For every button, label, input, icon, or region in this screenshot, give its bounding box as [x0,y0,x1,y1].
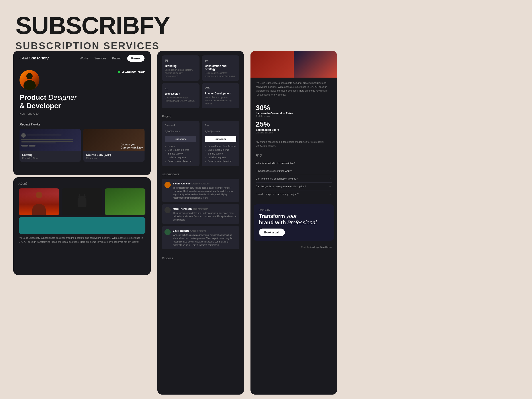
testimonial-3-company: Green Ventures [190,230,206,232]
mock-text [21,139,73,140]
pro-feature-3: 2-3 day delivery [205,152,236,156]
about-img-nature [105,188,146,215]
service-framer-desc: Interactive and dynamic website developm… [205,96,236,105]
page-title: SUBSCRIBFY [16,13,516,38]
service-webdesign: ▭ Web Design Custom website design, Prod… [162,83,200,108]
webdesign-icon: ▭ [165,86,196,90]
hero-title: Product Designer & Developer [19,93,145,110]
faq-item-3[interactable]: Can I cancel my subscription anytime? [256,175,332,183]
pricing-standard-name: Standard [165,124,196,127]
faq-item-5[interactable]: How do I request a new design project? [256,190,332,198]
stat-1-sublabel: Tech Innovators [256,115,332,117]
pro-price-value: 7,500$ [205,130,212,133]
testimonials-label: Testimonials [162,172,239,176]
faq-section: FAQ What is included in the subscription… [250,151,337,201]
testimonial-3-text: Working with this design agency on a sub… [173,234,237,247]
nav-pricing[interactable]: Pricing [112,57,121,60]
work-card-1[interactable]: Estetiq Portfolio, Store [19,129,81,162]
testimonial-1-avatar [165,182,171,188]
pricing-pro-price: 7,500$/month [205,128,236,134]
faq-item-1[interactable]: What is included in the subscription? [256,159,332,167]
stat-1: 30% Increase in Conversion Rates Tech In… [256,104,332,117]
bio-text: I'm Celia Subscribfy, a passionate desig… [13,236,151,247]
mock-btn [29,145,35,146]
services-section: ⊠ Branding Logo design, brand strategy, … [157,51,244,112]
faq-item-2[interactable]: How does the subscription work? [256,167,332,175]
process-label: Process [157,254,244,262]
mock-text [27,134,62,135]
screenshots-container: Celia Subscribfy Works Services Pricing … [13,51,532,395]
work-card-2-content: Course LMS (WIP) Education [83,151,145,162]
person-silhouette [19,188,59,215]
about-img-person [19,188,59,215]
pricing-label: Pricing [162,115,239,118]
service-webdesign-name: Web Design [165,92,196,95]
testimonial-3-author: Emily Roberts [173,229,189,232]
faq-label: FAQ [256,154,332,157]
service-branding-name: Branding [165,64,196,68]
pro-subscribe-button[interactable]: Subscribe [205,136,236,142]
service-consultation-desc: Design audits, strategy sessions, and pr… [205,72,236,78]
faq-item-2-text: How does the subscription work? [256,170,291,172]
nav-links: Works Services Pricing Remix [80,55,145,62]
available-badge: Available Now [118,70,145,74]
work-card-2[interactable]: Launch yourCourse with Easy Course LMS (… [83,129,145,162]
work-card-1-subtitle: Portfolio, Store [22,157,78,160]
testimonial-1: Sarah Johnson Creative Solutions The sub… [162,179,239,202]
testimonial-2: Mark Thompson Tech Innovation Their cons… [162,204,239,224]
card-about-faq: I'm Celia Subscribfy, a passionate desig… [250,51,337,395]
about-img-cat [62,188,102,215]
mock-text [21,141,73,142]
testimonial-3-avatar [165,229,171,235]
nav-services[interactable]: Services [94,57,106,60]
cta-button[interactable]: Book a call [259,228,285,236]
about-label: About [19,182,146,185]
made-by-name: Made by Slara Burian [310,246,332,248]
pricing-grid: Standard 3,500$/month Subscribe Design O… [162,121,239,166]
nav-works[interactable]: Works [80,57,89,60]
pricing-section: Pricing Standard 3,500$/month Subscribe … [157,112,244,169]
cta-title: Transform yourbrand with Professional [259,213,329,226]
about-images [19,188,146,215]
nav-logo: Celia Subscribfy [19,56,49,61]
pricing-standard: Standard 3,500$/month Subscribe Design O… [162,121,200,166]
testimonial-2-text: Their consistent updates and understandi… [173,211,237,222]
mock-avatar [21,133,26,138]
recognition-text: My work is recognized in top design maga… [250,140,337,151]
stat-2-sublabel: Creative Solution [256,132,332,134]
standard-feature-1: Design [165,144,196,148]
person-head [36,192,42,198]
card-about: About I'm Celia Subscribfy, a passiona [13,177,151,275]
service-webdesign-desc: Custom website design, Product Design, U… [165,96,196,102]
mock-text [21,143,56,143]
service-consultation-name: Consultation and Strategy [205,64,236,71]
stats-section: 30% Increase in Conversion Rates Tech In… [250,100,337,140]
person-body [32,204,46,215]
testimonial-1-content: Sarah Johnson Creative Solutions The sub… [173,181,237,200]
avatar-body [24,80,36,90]
testimonial-2-content: Mark Thompson Tech Innovation Their cons… [173,207,237,222]
standard-subscribe-button[interactable]: Subscribe [165,136,196,142]
avatar-head [26,73,32,79]
pro-feature-2: One request at a time [205,148,236,152]
hero-subtitle-text: & Developer [19,102,61,110]
services-grid: ⊠ Branding Logo design, brand strategy, … [162,55,239,108]
testimonial-2-author: Mark Thompson [173,208,192,210]
testimonials-section: Testimonials Sarah Johnson Creative Solu… [157,169,244,254]
card-hero: Celia Subscribfy Works Services Pricing … [13,51,151,175]
available-dot [118,71,120,73]
framer-icon: </> [205,86,236,90]
faq-item-1-text: What is included in the subscription? [256,162,296,165]
mock-avatar-row [21,133,79,138]
service-framer-name: Framer Development [205,92,236,95]
standard-period: /month [172,130,180,133]
faq-item-4[interactable]: Can I upgrade or downgrade my subscripti… [256,183,332,190]
service-branding-desc: Logo design, brand strategy, and visual … [165,69,196,78]
service-framer: </> Framer Development Interactive and d… [202,83,239,108]
page-subtitle: SUBSCRIPTION SERVICES [16,40,516,51]
pricing-pro: Pro 7,500$/month Subscribe Design/Framer… [202,121,239,166]
stat-2-number: 25% [256,120,332,128]
avatar [19,70,39,90]
work-preview-2: Launch yourCourse with Easy [83,129,145,151]
nav-remix-button[interactable]: Remix [127,55,145,62]
